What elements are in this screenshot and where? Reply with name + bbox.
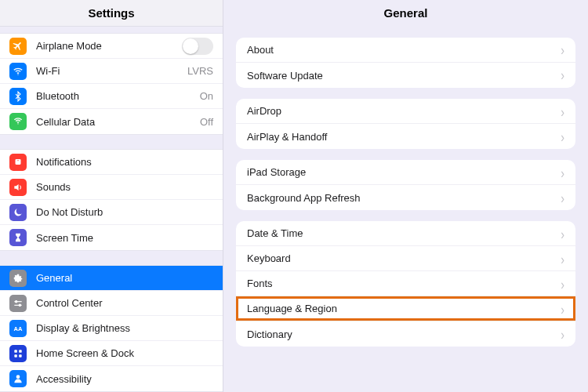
speaker-icon: [9, 179, 27, 196]
detail-item-ipad-storage[interactable]: iPad Storage›: [236, 160, 575, 185]
sidebar-item-display[interactable]: AADisplay & Brightness: [0, 316, 223, 341]
chevron-right-icon: ›: [561, 225, 564, 241]
svg-point-1: [17, 123, 18, 124]
detail-item-label: Language & Region: [247, 303, 554, 314]
chevron-right-icon: ›: [561, 67, 564, 84]
bell-icon: [9, 154, 27, 171]
detail-item-bg-app-refresh[interactable]: Background App Refresh›: [236, 185, 575, 210]
detail-item-airplay-handoff[interactable]: AirPlay & Handoff›: [236, 124, 575, 149]
person-icon: [9, 370, 27, 387]
detail-item-label: Software Update: [247, 70, 554, 82]
detail-item-label: AirDrop: [247, 105, 554, 117]
detail-item-software-update[interactable]: Software Update›: [236, 63, 575, 88]
detail-group: About›Software Update›: [236, 38, 575, 88]
airplane-mode-switch[interactable]: [182, 38, 213, 55]
sidebar-item-general[interactable]: General: [0, 266, 223, 291]
sidebar-item-label: Cellular Data: [36, 116, 194, 128]
sidebar-item-bluetooth[interactable]: BluetoothOn: [0, 84, 223, 109]
chevron-right-icon: ›: [561, 190, 564, 206]
svg-rect-9: [14, 350, 17, 353]
detail-item-label: AirPlay & Handoff: [247, 131, 554, 143]
sidebar-item-label: Accessibility: [36, 373, 213, 385]
bluetooth-icon: [9, 88, 27, 105]
detail-item-label: Background App Refresh: [247, 192, 554, 204]
chevron-right-icon: ›: [561, 250, 564, 267]
sidebar-item-label: General: [36, 272, 213, 284]
sidebar-item-label: Display & Brightness: [36, 322, 213, 334]
sidebar-item-value: On: [200, 90, 213, 102]
sidebar-item-dnd[interactable]: Do Not Disturb: [0, 200, 223, 225]
detail-item-label: Keyboard: [247, 252, 554, 264]
svg-point-3: [17, 159, 18, 160]
detail-item-label: Fonts: [247, 278, 554, 289]
svg-rect-12: [19, 354, 22, 358]
grid-icon: [9, 345, 27, 362]
detail-item-about[interactable]: About›: [236, 38, 575, 63]
detail-item-label: iPad Storage: [247, 166, 554, 178]
chevron-right-icon: ›: [561, 129, 564, 145]
sidebar-item-label: Airplane Mode: [36, 40, 176, 52]
sidebar-item-label: Notifications: [36, 156, 213, 168]
detail-item-dictionary[interactable]: Dictionary›: [236, 321, 575, 347]
sidebar-item-label: Screen Time: [36, 232, 213, 244]
sidebar-item-control-center[interactable]: Control Center: [0, 291, 223, 316]
sidebar-item-sounds[interactable]: Sounds: [0, 175, 223, 200]
sidebar-item-screen-time[interactable]: Screen Time: [0, 225, 223, 250]
aa-icon: AA: [9, 320, 27, 337]
sidebar-item-value: LVRS: [187, 65, 213, 77]
detail-group: iPad Storage›Background App Refresh›: [236, 160, 575, 210]
chevron-right-icon: ›: [561, 300, 564, 317]
sidebar-item-label: Do Not Disturb: [36, 206, 213, 218]
settings-sidebar: Settings Airplane ModeWi-FiLVRSBluetooth…: [0, 0, 223, 392]
svg-point-0: [17, 74, 18, 74]
detail-item-date-time[interactable]: Date & Time›: [236, 221, 575, 246]
detail-item-label: About: [247, 44, 554, 56]
sidebar-item-label: Bluetooth: [36, 90, 194, 102]
svg-rect-10: [19, 350, 22, 353]
detail-item-label: Date & Time: [247, 227, 554, 239]
sidebar-item-homescreen[interactable]: Home Screen & Dock: [0, 341, 223, 366]
spacer: [0, 251, 223, 265]
spacer: [0, 27, 223, 33]
svg-point-13: [16, 375, 20, 379]
airplane-icon: [9, 38, 27, 55]
chevron-right-icon: ›: [561, 103, 564, 119]
chevron-right-icon: ›: [561, 326, 564, 343]
hourglass-icon: [9, 229, 27, 246]
detail-title: General: [223, 0, 588, 27]
chevron-right-icon: ›: [561, 42, 564, 58]
wifi-icon: [9, 63, 27, 80]
sidebar-item-cellular[interactable]: Cellular DataOff: [0, 109, 223, 134]
sidebar-item-notifications[interactable]: Notifications: [0, 150, 223, 175]
sidebar-item-label: Home Screen & Dock: [36, 347, 213, 359]
detail-item-language-region[interactable]: Language & Region›: [236, 296, 575, 321]
spacer: [0, 135, 223, 149]
sidebar-item-accessibility[interactable]: Accessibility: [0, 366, 223, 391]
chevron-right-icon: ›: [561, 275, 564, 292]
sidebar-item-wifi[interactable]: Wi-FiLVRS: [0, 59, 223, 84]
detail-group: Date & Time›Keyboard›Fonts›Language & Re…: [236, 221, 575, 347]
general-detail-panel: General About›Software Update›AirDrop›Ai…: [223, 0, 588, 392]
cellular-icon: [9, 113, 27, 130]
svg-rect-11: [14, 354, 17, 358]
sidebar-group: NotificationsSoundsDo Not DisturbScreen …: [0, 149, 223, 251]
sidebar-group: Airplane ModeWi-FiLVRSBluetoothOnCellula…: [0, 33, 223, 135]
sidebar-group: GeneralControl CenterAADisplay & Brightn…: [0, 265, 223, 392]
detail-item-label: Dictionary: [247, 328, 554, 340]
sidebar-item-label: Wi-Fi: [36, 65, 181, 77]
detail-item-airdrop[interactable]: AirDrop›: [236, 99, 575, 124]
detail-item-fonts[interactable]: Fonts›: [236, 271, 575, 296]
sidebar-item-label: Control Center: [36, 297, 213, 309]
moon-icon: [9, 204, 27, 221]
svg-text:AA: AA: [14, 325, 23, 332]
chevron-right-icon: ›: [561, 164, 564, 180]
sliders-icon: [9, 295, 27, 312]
sidebar-title: Settings: [0, 0, 223, 27]
sidebar-item-label: Sounds: [36, 181, 213, 193]
sidebar-item-airplane-mode[interactable]: Airplane Mode: [0, 34, 223, 59]
detail-item-keyboard[interactable]: Keyboard›: [236, 246, 575, 271]
detail-group: AirDrop›AirPlay & Handoff›: [236, 99, 575, 149]
gear-icon: [9, 270, 27, 287]
sidebar-item-value: Off: [200, 116, 213, 128]
